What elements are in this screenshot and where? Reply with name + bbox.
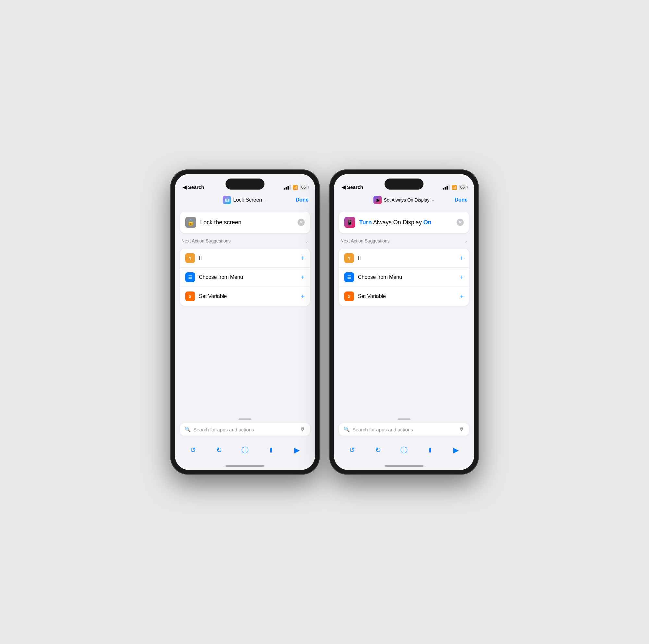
dynamic-island-2 bbox=[385, 178, 424, 189]
info-button-2[interactable]: ⓘ bbox=[398, 444, 410, 456]
suggestions-header-1: Next Action Suggestions ⌄ bbox=[180, 238, 310, 244]
search-icon-2: 🔍 bbox=[344, 427, 350, 432]
suggestions-header-2: Next Action Suggestions ⌄ bbox=[339, 238, 469, 244]
main-content-1: 🔒 Lock the screen ✕ Next Action Suggesti… bbox=[175, 208, 315, 416]
info-icon-2: ⓘ bbox=[400, 445, 407, 455]
share-button-1[interactable]: ⬆ bbox=[265, 444, 277, 456]
battery-level-2: 66 bbox=[461, 185, 465, 189]
bottom-area-1: 🔍 Search for apps and actions 🎙 bbox=[175, 416, 315, 439]
action-card-2: 📱 Turn Always On Display On ✕ bbox=[339, 212, 469, 233]
share-icon-1: ⬆ bbox=[268, 446, 274, 454]
back-arrow-1: ◀ bbox=[183, 184, 186, 190]
info-button-1[interactable]: ⓘ bbox=[239, 444, 251, 456]
signal-1 bbox=[284, 185, 291, 189]
suggestion-item-if-1[interactable]: Y If + bbox=[180, 249, 310, 268]
play-icon-1: ▶ bbox=[294, 446, 300, 455]
share-button-2[interactable]: ⬆ bbox=[424, 444, 436, 456]
var-label-1: Set Variable bbox=[199, 293, 297, 299]
nav-title-1: 📧 Lock Screen ⌄ bbox=[223, 196, 267, 204]
phone-2: ◀ Search 3:03 ➤ 📶 66 bbox=[329, 169, 479, 475]
menu-icon-label-1: ☰ bbox=[188, 274, 192, 280]
suggestion-item-menu-2[interactable]: ☰ Choose from Menu + bbox=[339, 268, 469, 287]
var-icon-2: x bbox=[344, 292, 354, 301]
redo-button-1[interactable]: ↻ bbox=[213, 444, 225, 456]
suggestions-chevron-1[interactable]: ⌄ bbox=[305, 238, 309, 244]
bar1 bbox=[284, 188, 285, 189]
undo-button-1[interactable]: ↺ bbox=[187, 444, 199, 456]
drag-handle-2 bbox=[397, 418, 410, 420]
action-text-2: Turn Always On Display On bbox=[359, 219, 453, 226]
suggestion-item-var-2[interactable]: x Set Variable + bbox=[339, 287, 469, 306]
if-add-2[interactable]: + bbox=[460, 255, 464, 262]
redo-icon-1: ↻ bbox=[216, 446, 222, 455]
drag-handle-1 bbox=[239, 418, 252, 420]
var-icon-label-1: x bbox=[189, 294, 191, 299]
shortcut-title-1: Lock Screen bbox=[233, 197, 262, 203]
back-label-1: Search bbox=[188, 184, 204, 190]
if-icon-label-2: Y bbox=[348, 256, 351, 261]
play-button-1[interactable]: ▶ bbox=[291, 444, 303, 456]
suggestion-item-if-2[interactable]: Y If + bbox=[339, 249, 469, 268]
shortcut-icon-2: ◉ bbox=[374, 196, 382, 204]
home-bar-1 bbox=[225, 465, 264, 467]
bar4-2 bbox=[448, 185, 450, 189]
search-bar-1[interactable]: 🔍 Search for apps and actions 🎙 bbox=[180, 423, 310, 436]
if-label-2: If bbox=[358, 255, 456, 261]
turn-label-2[interactable]: Turn bbox=[359, 219, 372, 226]
menu-label-1: Choose from Menu bbox=[199, 274, 297, 280]
search-placeholder-2: Search for apps and actions bbox=[352, 427, 457, 432]
var-add-1[interactable]: + bbox=[301, 293, 305, 300]
action-close-1[interactable]: ✕ bbox=[298, 219, 305, 226]
done-button-1[interactable]: Done bbox=[296, 197, 309, 203]
var-icon-label-2: x bbox=[348, 294, 350, 299]
redo-button-2[interactable]: ↻ bbox=[372, 444, 384, 456]
menu-icon-1: ☰ bbox=[185, 272, 195, 282]
mic-icon-2[interactable]: 🎙 bbox=[459, 427, 464, 432]
display-label-2: Always On Display bbox=[373, 219, 422, 226]
aod-action-icon-2: 📱 bbox=[344, 217, 355, 228]
lock-symbol-1: 🔒 bbox=[187, 219, 194, 226]
state-label-2[interactable]: On bbox=[424, 219, 432, 226]
menu-label-2: Choose from Menu bbox=[358, 274, 456, 280]
menu-icon-label-2: ☰ bbox=[347, 274, 351, 280]
undo-button-2[interactable]: ↺ bbox=[346, 444, 358, 456]
suggestion-item-var-1[interactable]: x Set Variable + bbox=[180, 287, 310, 306]
phone-2-screen: ◀ Search 3:03 ➤ 📶 66 bbox=[334, 174, 474, 470]
suggestions-title-2: Next Action Suggestions bbox=[340, 238, 390, 244]
suggestion-item-menu-1[interactable]: ☰ Choose from Menu + bbox=[180, 268, 310, 287]
bar4 bbox=[290, 185, 291, 189]
var-add-2[interactable]: + bbox=[460, 293, 464, 300]
suggestions-chevron-2[interactable]: ⌄ bbox=[464, 238, 468, 244]
home-indicator-1 bbox=[175, 462, 315, 470]
menu-add-2[interactable]: + bbox=[460, 274, 464, 281]
action-close-2[interactable]: ✕ bbox=[457, 219, 464, 226]
search-icon-1: 🔍 bbox=[185, 427, 191, 432]
if-icon-label-1: Y bbox=[189, 256, 192, 261]
phones-container: ◀ Search 3:03 ➤ 📶 66 bbox=[170, 169, 479, 475]
play-icon-2: ▶ bbox=[453, 446, 459, 455]
undo-icon-1: ↺ bbox=[190, 446, 196, 455]
back-arrow-2: ◀ bbox=[342, 184, 346, 190]
play-button-2[interactable]: ▶ bbox=[450, 444, 462, 456]
bar2-2 bbox=[444, 187, 446, 189]
bar3 bbox=[288, 186, 289, 189]
battery-level-1: 66 bbox=[301, 185, 306, 189]
search-bar-2[interactable]: 🔍 Search for apps and actions 🎙 bbox=[339, 423, 469, 436]
nav-header-1: 📧 Lock Screen ⌄ Done bbox=[175, 192, 315, 208]
mic-icon-1[interactable]: 🎙 bbox=[300, 427, 305, 432]
done-button-2[interactable]: Done bbox=[455, 197, 468, 203]
info-icon-1: ⓘ bbox=[242, 445, 249, 455]
lock-icon-1: 🔒 bbox=[185, 217, 196, 228]
dynamic-island-1 bbox=[225, 178, 264, 189]
title-chevron-2: ⌄ bbox=[431, 198, 434, 202]
shortcut-icon-1: 📧 bbox=[223, 196, 231, 204]
suggestions-list-1: Y If + ☰ Choose from Menu + bbox=[180, 249, 310, 306]
nav-header-2: ◉ Set Always On Display ⌄ Done bbox=[334, 192, 474, 208]
action-card-1: 🔒 Lock the screen ✕ bbox=[180, 212, 310, 233]
if-add-1[interactable]: + bbox=[301, 255, 305, 262]
bar1-2 bbox=[443, 188, 444, 189]
home-indicator-2 bbox=[334, 462, 474, 470]
action-text-1: Lock the screen bbox=[200, 219, 294, 226]
aod-symbol-2: 📱 bbox=[347, 219, 353, 226]
menu-add-1[interactable]: + bbox=[301, 274, 305, 281]
